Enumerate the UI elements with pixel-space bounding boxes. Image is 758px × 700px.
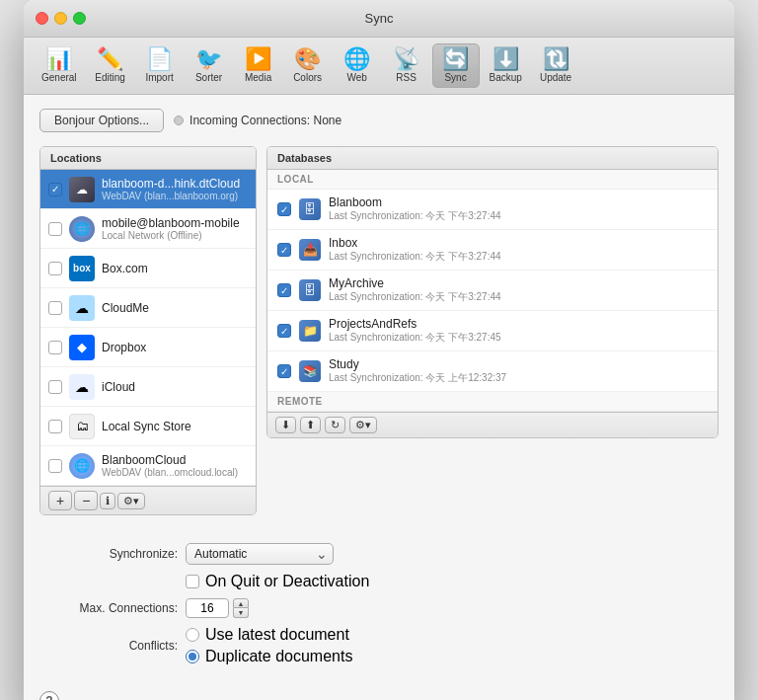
incoming-connections-label: Incoming Connections: None [174, 114, 341, 127]
db-sync-study: Last Synchronization: 今天 上午12:32:37 [329, 371, 708, 385]
toolbar-item-update[interactable]: 🔃 Update [532, 44, 579, 87]
bonjour-row: Bonjour Options... Incoming Connections:… [39, 109, 719, 132]
maximize-button[interactable] [73, 12, 86, 25]
on-quit-checkbox[interactable] [186, 575, 199, 588]
minimize-button[interactable] [54, 12, 67, 25]
conflict-radio2[interactable] [186, 650, 199, 663]
network-icon: 🌐 [69, 216, 95, 242]
synchronize-row: Synchronize: Automatic ⌄ [39, 543, 719, 565]
max-connections-up-button[interactable]: ▲ [233, 598, 249, 608]
location-checkbox-blanboomcloud[interactable] [48, 459, 62, 473]
location-item-blanboomcloud[interactable]: 🌐 BlanboomCloud WebDAV (blan...omcloud.l… [40, 446, 256, 486]
synchronize-select-wrapper: Automatic ⌄ [186, 543, 334, 565]
max-connections-stepper: ▲ ▼ [186, 598, 249, 618]
location-item-dtcloud[interactable]: ✓ ☁ blanboom-d...hink.dtCloud WebDAV (bl… [40, 170, 256, 209]
info-location-button[interactable]: ℹ [100, 493, 115, 509]
toolbar-label-rss: RSS [396, 72, 417, 83]
db-refresh-button[interactable]: ↻ [325, 417, 345, 433]
location-item-dropbox[interactable]: ◆ Dropbox [40, 328, 256, 367]
location-item-localstore[interactable]: 🗂 Local Sync Store [40, 407, 256, 446]
location-item-mobile[interactable]: 🌐 mobile@blanboom-mobile Local Network (… [40, 209, 256, 249]
location-checkbox-dtcloud[interactable]: ✓ [48, 183, 62, 196]
conflict-option2-row[interactable]: Duplicate documents [186, 648, 352, 665]
location-checkbox-dropbox[interactable] [48, 341, 62, 354]
editing-icon: ✏️ [97, 48, 123, 70]
omcloud-icon: 🌐 [69, 453, 95, 479]
toolbar-item-colors[interactable]: 🎨 Colors [284, 44, 332, 87]
locations-panel: Locations ✓ ☁ blanboom-d...hink.dtCloud … [39, 146, 257, 515]
location-item-icloud[interactable]: ☁ iCloud [40, 367, 256, 407]
toolbar-item-general[interactable]: 📊 General [34, 44, 85, 87]
web-icon: 🌐 [343, 48, 370, 70]
toolbar-item-import[interactable]: 📄 Import [136, 44, 184, 87]
db-checkbox-myarchive[interactable]: ✓ [277, 283, 291, 297]
toolbar-label-media: Media [245, 72, 271, 83]
conflict-radio1[interactable] [186, 628, 199, 642]
location-checkbox-box[interactable] [48, 262, 62, 275]
synchronize-label: Synchronize: [39, 547, 178, 561]
bonjour-options-button[interactable]: Bonjour Options... [39, 109, 164, 132]
conflict-option2-label: Duplicate documents [205, 648, 352, 665]
gear-location-button[interactable]: ⚙▾ [117, 493, 145, 509]
app-window: Sync 📊 General ✏️ Editing 📄 Import 🐦 Sor… [24, 0, 734, 700]
help-button[interactable]: ? [39, 691, 59, 700]
toolbar-item-media[interactable]: ▶️ Media [235, 44, 282, 87]
db-upload-button[interactable]: ⬆ [300, 417, 321, 433]
main-panels: Locations ✓ ☁ blanboom-d...hink.dtCloud … [39, 146, 719, 515]
colors-icon: 🎨 [294, 48, 321, 70]
location-checkbox-localstore[interactable] [48, 420, 62, 433]
db-checkbox-blanboom[interactable]: ✓ [277, 202, 291, 216]
db-section-remote: REMOTE [267, 392, 718, 412]
on-quit-checkbox-row: On Quit or Deactivation [186, 573, 369, 590]
location-sub-mobile: Local Network (Offline) [102, 230, 248, 241]
general-icon: 📊 [45, 48, 72, 70]
settings-area: Synchronize: Automatic ⌄ On Quit or Deac… [24, 529, 734, 683]
content-area: Bonjour Options... Incoming Connections:… [24, 95, 734, 529]
toolbar-label-update: Update [540, 72, 571, 83]
toolbar-label-colors: Colors [293, 72, 322, 83]
close-button[interactable] [36, 12, 48, 25]
synchronize-select[interactable]: Automatic [186, 543, 334, 565]
box-icon: box [69, 256, 95, 281]
db-checkbox-study[interactable]: ✓ [277, 364, 291, 378]
db-icon-projectsandrefs: 📁 [299, 320, 321, 342]
toolbar-label-web: Web [346, 72, 366, 83]
db-checkbox-projectsandrefs[interactable]: ✓ [277, 324, 291, 338]
location-name-dropbox: Dropbox [102, 341, 248, 354]
toolbar-item-sync[interactable]: 🔄 Sync [432, 43, 480, 88]
toolbar-label-editing: Editing [95, 72, 125, 83]
toolbar-item-rss[interactable]: 📡 RSS [383, 44, 430, 87]
db-gear-button[interactable]: ⚙▾ [349, 417, 377, 433]
update-icon: 🔃 [543, 48, 569, 70]
location-checkbox-cloudme[interactable] [48, 301, 62, 315]
location-name-mobile: mobile@blanboom-mobile [102, 216, 248, 230]
max-connections-stepper-buttons: ▲ ▼ [233, 598, 249, 618]
location-item-cloudme[interactable]: ☁ CloudMe [40, 288, 256, 328]
location-item-box[interactable]: box Box.com [40, 249, 256, 288]
conflict-option1-row[interactable]: Use latest document [186, 626, 352, 644]
conflict-radio2-inner [189, 653, 196, 661]
toolbar-label-sorter: Sorter [195, 72, 222, 83]
db-item-myarchive: ✓ 🗄 MyArchive Last Synchronization: 今天 下… [267, 271, 718, 311]
max-connections-input[interactable] [186, 598, 229, 618]
location-checkbox-mobile[interactable] [48, 222, 62, 236]
remove-location-button[interactable]: − [74, 491, 98, 510]
location-checkbox-icloud[interactable] [48, 380, 62, 394]
db-checkbox-inbox[interactable]: ✓ [277, 243, 291, 257]
icloud-icon: ☁ [69, 374, 95, 400]
toolbar-label-sync: Sync [444, 72, 466, 83]
toolbar-item-editing[interactable]: ✏️ Editing [87, 44, 134, 87]
db-name-myarchive: MyArchive [329, 276, 708, 290]
toolbar-item-sorter[interactable]: 🐦 Sorter [186, 44, 233, 87]
db-download-button[interactable]: ⬇ [275, 417, 296, 433]
db-sync-inbox: Last Synchronization: 今天 下午3:27:44 [329, 250, 708, 264]
max-connections-down-button[interactable]: ▼ [233, 608, 249, 618]
dtcloud-icon: ☁ [69, 177, 95, 202]
db-icon-study: 📚 [299, 360, 321, 382]
media-icon: ▶️ [245, 48, 271, 70]
add-location-button[interactable]: + [48, 491, 72, 510]
on-quit-label: On Quit or Deactivation [205, 573, 369, 590]
conflicts-options: Use latest document Duplicate documents [186, 626, 352, 665]
toolbar-item-backup[interactable]: ⬇️ Backup [482, 44, 530, 87]
toolbar-item-web[interactable]: 🌐 Web [334, 44, 381, 87]
